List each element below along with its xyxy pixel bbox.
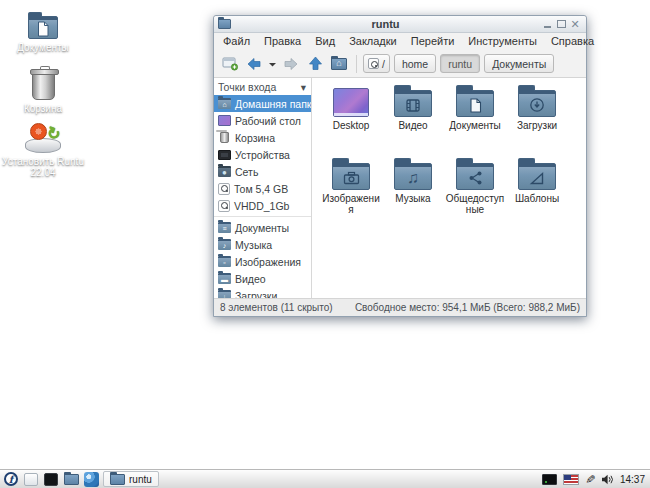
terminal-icon <box>44 473 58 486</box>
path-root-label: / <box>382 58 385 70</box>
sidebar-item-home[interactable]: ⌂ Домашняя папка <box>214 95 311 112</box>
path-segment-documents[interactable]: Документы <box>484 54 554 73</box>
display-tray-icon[interactable] <box>542 474 557 485</box>
back-history-dropdown[interactable] <box>267 53 278 75</box>
browser-launcher[interactable] <box>83 471 99 487</box>
clock[interactable]: 14:37 <box>620 474 645 485</box>
new-tab-button[interactable] <box>219 53 241 75</box>
desktop-icon-label: Корзина <box>24 103 62 114</box>
toolbar-separator <box>356 55 357 73</box>
music-folder-icon: ♪ <box>218 239 231 250</box>
music-note-emblem-icon: ♫ <box>395 167 431 189</box>
download-emblem-icon <box>519 94 555 116</box>
folder-icon <box>64 474 79 485</box>
pictures-folder-icon <box>332 163 370 190</box>
menu-view[interactable]: Вид <box>308 33 342 50</box>
desktop-icon <box>218 115 231 126</box>
pen-tray-icon[interactable]: ✎ <box>584 473 597 484</box>
menu-edit[interactable]: Правка <box>257 33 308 50</box>
path-segment-runtu[interactable]: runtu <box>440 54 480 73</box>
titlebar[interactable]: runtu ✕ <box>214 16 586 33</box>
file-item-desktop[interactable]: Desktop <box>320 83 382 156</box>
file-item-templates[interactable]: Шаблоны <box>506 156 568 229</box>
sidebar-item-desktop[interactable]: Рабочий стол <box>214 112 311 129</box>
sidebar-item-devices[interactable]: Устройства <box>214 146 311 163</box>
drive-icon <box>218 200 230 212</box>
sidebar-item-trash[interactable]: Корзина <box>214 129 311 146</box>
up-button[interactable] <box>304 53 326 75</box>
file-manager-launcher[interactable] <box>63 471 79 487</box>
minimize-button[interactable] <box>540 18 554 30</box>
menu-help[interactable]: Справка <box>544 33 601 50</box>
forward-button[interactable] <box>280 53 302 75</box>
system-tray: ✎ 14:37 <box>542 473 647 485</box>
terminal-launcher[interactable] <box>43 471 59 487</box>
sidebar-item-music[interactable]: ♪ Музыка <box>214 236 311 253</box>
window-content: Точки входа ▾ ⌂ Домашняя папка Рабочий с… <box>214 77 586 299</box>
documents-folder-icon <box>28 16 58 39</box>
maximize-button[interactable] <box>554 18 568 30</box>
desktop-icon-label: Установить Runtu 22.04 <box>0 156 86 178</box>
menu-go[interactable]: Перейти <box>404 33 462 50</box>
show-desktop-icon <box>24 473 38 486</box>
chevron-down-icon: ▾ <box>301 81 306 93</box>
file-item-documents[interactable]: Документы <box>444 83 506 156</box>
public-folder-icon <box>456 163 494 190</box>
back-button[interactable] <box>243 53 265 75</box>
up-arrow-icon <box>308 56 323 71</box>
close-button[interactable]: ✕ <box>568 18 582 30</box>
status-item-count: 8 элементов (11 скрыто) <box>220 302 333 313</box>
browser-icon <box>84 472 99 487</box>
documents-folder-icon <box>456 90 494 117</box>
file-list: Desktop Видео До <box>312 78 586 298</box>
menu-file[interactable]: Файл <box>216 33 257 50</box>
camera-emblem-icon <box>333 167 369 189</box>
file-item-downloads[interactable]: Загрузки <box>506 83 568 156</box>
devices-monitor-icon <box>218 150 231 160</box>
menu-tools[interactable]: Инструменты <box>461 33 544 50</box>
desktop-icon-documents[interactable]: Документы <box>0 10 86 53</box>
file-item-video[interactable]: Видео <box>382 83 444 156</box>
taskbar-window-button[interactable]: runtu <box>103 471 159 487</box>
toolbar: ⌂ / home runtu Документы <box>214 50 586 77</box>
desktop-icon-trash[interactable]: Корзина <box>0 64 86 114</box>
applications-menu-button[interactable]: f <box>3 471 19 487</box>
file-item-music[interactable]: ♫ Музыка <box>382 156 444 229</box>
sidebar-item-volume[interactable]: Том 5,4 GB <box>214 180 311 197</box>
desktop-icon-install-runtu[interactable]: ↻ Установить Runtu 22.04 <box>0 118 86 178</box>
new-tab-icon <box>222 56 239 71</box>
keyboard-layout-flag-icon[interactable] <box>563 474 579 485</box>
sidebar-item-network[interactable]: ● Сеть <box>214 163 311 180</box>
menu-bookmarks[interactable]: Закладки <box>342 33 404 50</box>
sidebar-item-documents[interactable]: ≡ Документы <box>214 219 311 236</box>
document-emblem-icon <box>457 94 493 116</box>
triangle-ruler-emblem-icon <box>519 167 555 189</box>
share-emblem-icon <box>457 167 493 189</box>
sidebar-item-vhdd[interactable]: VHDD_1Gb <box>214 197 311 214</box>
forward-arrow-icon <box>283 57 299 71</box>
video-folder-icon: ▬ <box>218 273 231 284</box>
drive-icon <box>218 183 230 195</box>
sidebar-item-downloads[interactable]: ↓ Загрузки <box>214 287 311 299</box>
home-folder-icon: ⌂ <box>331 58 347 70</box>
show-desktop-button[interactable] <box>23 471 39 487</box>
file-item-public[interactable]: Общедоступные <box>444 156 506 229</box>
back-arrow-icon <box>246 57 262 71</box>
window-title: runtu <box>231 18 540 30</box>
downloads-folder-icon: ↓ <box>218 290 231 299</box>
folder-icon <box>110 474 125 485</box>
downloads-folder-icon <box>518 90 556 117</box>
home-button[interactable]: ⌂ <box>328 53 350 75</box>
distro-logo-icon: f <box>4 472 18 486</box>
sidebar-header[interactable]: Точки входа ▾ <box>214 79 311 95</box>
statusbar: 8 элементов (11 скрыто) Свободное место:… <box>214 299 586 316</box>
places-sidebar: Точки входа ▾ ⌂ Домашняя папка Рабочий с… <box>214 78 312 298</box>
sidebar-item-pictures[interactable]: ▫ Изображения <box>214 253 311 270</box>
path-root-button[interactable]: / <box>363 54 390 73</box>
sidebar-item-video[interactable]: ▬ Видео <box>214 270 311 287</box>
volume-icon[interactable] <box>601 474 614 485</box>
documents-folder-icon: ≡ <box>218 222 231 233</box>
file-item-pictures[interactable]: Изображения <box>320 156 382 229</box>
taskbar: f runtu ✎ 14:37 <box>0 469 650 488</box>
path-segment-home[interactable]: home <box>394 54 436 73</box>
